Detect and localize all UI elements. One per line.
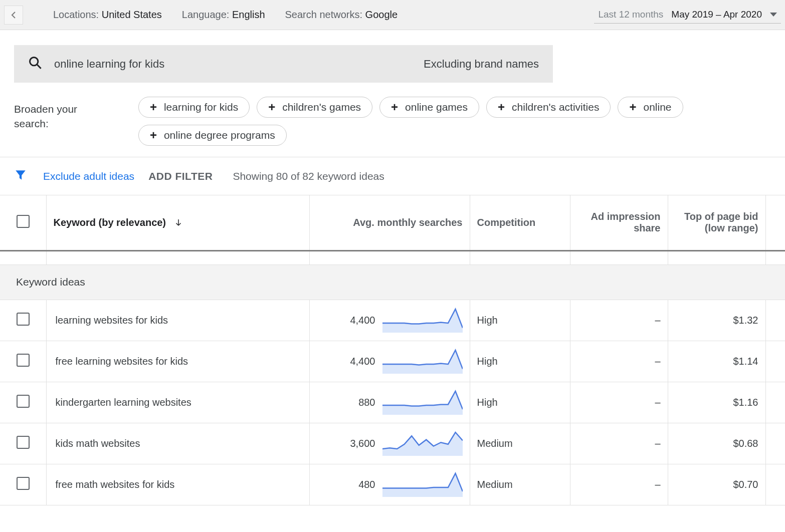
impression-cell: – [570, 464, 668, 505]
table-row: free learning websites for kids4,400High… [0, 341, 785, 382]
table-row: free math websites for kids480Medium–$0.… [0, 464, 785, 505]
chip-label: online degree programs [164, 129, 275, 141]
row-checkbox[interactable] [17, 436, 30, 449]
broaden-chip[interactable]: +children's activities [486, 97, 611, 118]
sparkline-icon [382, 308, 463, 333]
row-checkbox-cell [0, 300, 46, 341]
sparkline-icon [382, 431, 463, 456]
svg-line-1 [37, 65, 41, 69]
broaden-chip[interactable]: +online degree programs [138, 125, 287, 146]
impression-cell: – [570, 423, 668, 464]
date-range-selector[interactable]: Last 12 months May 2019 – Apr 2020 [594, 6, 781, 24]
broaden-section: Broaden your search: +learning for kids+… [0, 83, 785, 157]
bid-low-cell: $1.32 [668, 300, 765, 341]
header-avg-searches[interactable]: Avg. monthly searches [309, 195, 470, 250]
avg-value: 880 [358, 397, 375, 408]
impression-cell: – [570, 341, 668, 382]
avg-value: 480 [358, 479, 375, 490]
keyword-table: Keyword (by relevance) Avg. monthly sear… [0, 195, 785, 505]
broaden-chip[interactable]: +learning for kids [138, 97, 250, 118]
networks-label: Search networks: [285, 9, 363, 20]
header-checkbox-cell [0, 195, 46, 250]
table-row: kids math websites3,600Medium–$0.68 [0, 423, 785, 464]
keyword-cell[interactable]: kindergarten learning websites [46, 382, 309, 423]
networks-selector[interactable]: Search networks: Google [285, 9, 398, 21]
row-checkbox[interactable] [17, 313, 30, 326]
chip-label: online games [405, 101, 468, 113]
header-impression-share[interactable]: Ad impression share [570, 195, 668, 250]
table-row: kindergarten learning websites880High–$1… [0, 382, 785, 423]
section-label: Keyword ideas [0, 264, 785, 300]
broaden-label: Broaden your search: [14, 97, 118, 146]
date-range-value: May 2019 – Apr 2020 [671, 9, 762, 20]
search-exclusion-text: Excluding brand names [424, 58, 539, 71]
row-checkbox[interactable] [17, 354, 30, 367]
header-bid-low[interactable]: Top of page bid (low range) [668, 195, 765, 250]
plus-icon: + [629, 101, 636, 113]
competition-cell: High [470, 300, 570, 341]
chevron-down-icon [770, 13, 777, 17]
keyword-cell[interactable]: free learning websites for kids [46, 341, 309, 382]
header-competition[interactable]: Competition [470, 195, 570, 250]
table-row: learning websites for kids4,400High–$1.3… [0, 300, 785, 341]
chip-label: children's games [282, 101, 361, 113]
networks-value: Google [365, 9, 398, 20]
avg-value: 4,400 [350, 356, 375, 367]
search-row: online learning for kids Excluding brand… [0, 30, 785, 83]
row-checkbox[interactable] [17, 395, 30, 408]
locations-value: United States [102, 9, 162, 20]
broaden-chips: +learning for kids+children's games+onli… [138, 97, 771, 146]
impression-cell: – [570, 382, 668, 423]
search-box[interactable]: online learning for kids Excluding brand… [14, 45, 553, 83]
row-checkbox-cell [0, 423, 46, 464]
bid-low-cell: $0.70 [668, 464, 765, 505]
svg-point-0 [30, 57, 38, 65]
keyword-cell[interactable]: learning websites for kids [46, 300, 309, 341]
filter-row: Exclude adult ideas ADD FILTER Showing 8… [0, 157, 785, 195]
competition-cell: Medium [470, 464, 570, 505]
exclude-adult-ideas-link[interactable]: Exclude adult ideas [43, 170, 134, 182]
impression-cell: – [570, 300, 668, 341]
sparkline-icon [382, 349, 463, 374]
avg-searches-cell: 3,600 [309, 423, 470, 464]
back-button[interactable] [4, 6, 23, 25]
table-section-row: Keyword ideas [0, 264, 785, 300]
row-end [765, 300, 785, 341]
sparkline-icon [382, 472, 463, 497]
row-checkbox[interactable] [17, 477, 30, 490]
broaden-chip[interactable]: +children's games [257, 97, 372, 118]
header-end [765, 195, 785, 250]
row-checkbox-cell [0, 464, 46, 505]
broaden-chip[interactable]: +online [618, 97, 683, 118]
chip-label: online [643, 101, 671, 113]
plus-icon: + [150, 129, 157, 141]
plus-icon: + [268, 101, 275, 113]
plus-icon: + [498, 101, 505, 113]
add-filter-button[interactable]: ADD FILTER [148, 170, 213, 182]
row-checkbox-cell [0, 341, 46, 382]
chip-label: learning for kids [164, 101, 238, 113]
bid-low-cell: $1.16 [668, 382, 765, 423]
search-query-text: online learning for kids [54, 58, 164, 71]
keyword-cell[interactable]: free math websites for kids [46, 464, 309, 505]
plus-icon: + [150, 101, 157, 113]
bid-low-cell: $1.14 [668, 341, 765, 382]
locations-selector[interactable]: Locations: United States [53, 9, 162, 21]
avg-value: 3,600 [350, 438, 375, 449]
chip-label: children's activities [512, 101, 599, 113]
filter-icon[interactable] [14, 168, 29, 184]
bid-low-cell: $0.68 [668, 423, 765, 464]
keyword-cell[interactable]: kids math websites [46, 423, 309, 464]
select-all-checkbox[interactable] [17, 215, 30, 228]
avg-searches-cell: 480 [309, 464, 470, 505]
language-selector[interactable]: Language: English [182, 9, 265, 21]
competition-cell: High [470, 382, 570, 423]
language-value: English [232, 9, 265, 20]
avg-searches-cell: 4,400 [309, 300, 470, 341]
locations-label: Locations: [53, 9, 99, 20]
row-end [765, 341, 785, 382]
chevron-left-icon [10, 11, 18, 19]
broaden-chip[interactable]: +online games [379, 97, 479, 118]
header-keyword[interactable]: Keyword (by relevance) [46, 195, 309, 250]
table-header-row: Keyword (by relevance) Avg. monthly sear… [0, 195, 785, 250]
